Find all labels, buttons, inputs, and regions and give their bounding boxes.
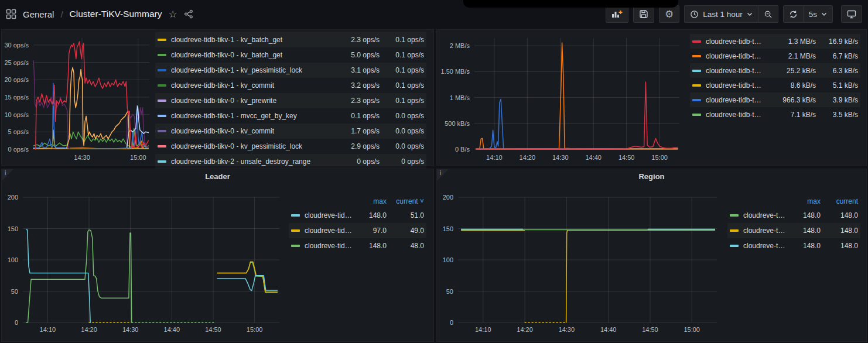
legend-sort-max[interactable]: max (787, 197, 821, 205)
refresh-interval-picker[interactable]: 5s (804, 5, 833, 23)
panel-title[interactable]: Leader (205, 172, 230, 181)
legend-sort-current[interactable]: current ˅ (387, 197, 424, 205)
series-name[interactable]: cloudreve-tidb-tikv-1 - mvcc_get_by_key (171, 112, 316, 120)
time-range-picker[interactable]: Last 1 hour (684, 5, 758, 23)
series-name[interactable]: cloudreve-tidb-tikv-1 - kv_pessimistic_l… (171, 66, 316, 74)
legend-row[interactable]: cloudreve-tidb-tikv-2-read966.3 kB/s3.9 … (690, 92, 860, 107)
series-name[interactable]: cloudreve-tidb-tikv-0 - kv_pessimistic_l… (171, 142, 316, 150)
panel-info-corner[interactable]: i (2, 169, 13, 181)
legend-row[interactable]: cloudreve-tidb-tikv-1-write8.6 kB/s5.1 k… (690, 78, 860, 92)
legend-row[interactable]: cloudreve-tidb-tikv-2148.0148.0 (727, 238, 860, 253)
legend-row[interactable]: cloudreve-tidb-tikv-0 - kv_commit1.7 ops… (155, 124, 426, 139)
zoom-out-time-button[interactable] (758, 5, 778, 23)
series-value: 148.0 (821, 227, 858, 235)
legend-sort-current[interactable]: current (821, 197, 858, 205)
cycle-view-mode-button[interactable] (841, 5, 862, 23)
legend-row[interactable]: cloudreve-tidb-tikv-2 - unsafe_destroy_r… (155, 154, 426, 169)
series-name[interactable]: cloudreve-tidb-tikv-0 (305, 242, 353, 250)
series-color-swatch (692, 84, 701, 87)
leader-chart[interactable]: 05010015020014:1014:2014:3014:4014:5015:… (2, 183, 286, 337)
series-name[interactable]: cloudreve-tidb-tikv-1 (743, 227, 787, 235)
legend-row[interactable]: cloudreve-tidb-tikv-2148.051.0 (289, 208, 426, 223)
io-throughput-chart[interactable]: 0 B/s500 kB/s1 MB/s1.50 MB/s2 MB/s14:101… (437, 31, 685, 164)
series-value: 6.7 kB/s (816, 52, 858, 60)
series-color-swatch (692, 99, 701, 101)
series-value: 8.6 kB/s (762, 81, 816, 90)
legend-row[interactable]: cloudreve-tidb-tikv-1148.0148.0 (727, 223, 860, 238)
legend-row[interactable]: cloudreve-tidb-tikv-2-write25.2 kB/s6.3 … (690, 63, 860, 78)
series-name[interactable]: cloudreve-tidb-tikv-1 - kv_batch_get (171, 36, 316, 44)
series-name[interactable]: cloudreve-tidb-tikv-2 (305, 211, 353, 219)
legend-sort-max[interactable]: max (353, 197, 387, 205)
info-icon: i (440, 169, 441, 176)
series-name[interactable]: cloudreve-tidb-tikv-1 (305, 227, 353, 235)
series-value: 2.3 ops/s (316, 97, 380, 105)
svg-text:15:00: 15:00 (247, 326, 263, 333)
series-value: 49.0 (387, 227, 424, 235)
legend-header: maxcurrent (727, 195, 860, 208)
series-name[interactable]: cloudreve-tidb-tikv-1-write (706, 81, 762, 90)
dashboard-title[interactable]: Cluster-TiKV-Summary (70, 9, 162, 19)
series-color-swatch (158, 115, 166, 117)
legend-row[interactable]: cloudreve-tidb-tikv-197.049.0 (289, 223, 426, 238)
series-name[interactable]: cloudreve-tidb-tikv-2-write (706, 67, 762, 75)
series-value: 0.0 ops/s (380, 127, 424, 135)
series-name[interactable]: cloudreve-tidb-tikv-1-read (706, 37, 762, 46)
apps-grid-icon[interactable] (6, 9, 16, 19)
series-color-swatch (158, 130, 166, 132)
legend-row[interactable]: cloudreve-tidb-tikv-0-write7.1 kB/s3.5 k… (690, 107, 860, 122)
series-name[interactable]: cloudreve-tidb-tikv-0 - kv_prewrite (171, 97, 316, 105)
panel-info-corner[interactable]: i (437, 169, 449, 181)
panel-title[interactable]: Region (638, 172, 664, 181)
svg-text:20 ops/s: 20 ops/s (4, 76, 29, 83)
region-chart[interactable]: 05010015020014:1014:2014:3014:4014:5015:… (437, 183, 725, 337)
grpc-qps-chart[interactable]: 0 ops/s5 ops/s10 ops/s15 ops/s20 ops/s25… (2, 31, 152, 164)
legend-row[interactable]: cloudreve-tidb-tikv-1 - kv_batch_get2.3 … (155, 32, 426, 47)
series-name[interactable]: cloudreve-tidb-tikv-2 (743, 242, 787, 250)
series-value: 0 ops/s (316, 157, 380, 166)
star-icon[interactable]: ☆ (168, 9, 177, 19)
legend-row[interactable]: cloudreve-tidb-tikv-0 - kv_prewrite2.3 o… (155, 93, 426, 108)
svg-text:14:20: 14:20 (520, 154, 536, 161)
series-name[interactable]: cloudreve-tidb-tikv-2-read (706, 96, 762, 104)
add-panel-button[interactable] (606, 5, 628, 23)
svg-text:200: 200 (8, 194, 18, 201)
chevron-down-icon (747, 12, 753, 16)
refresh-button[interactable] (783, 5, 804, 23)
series-name[interactable]: cloudreve-tidb-tikv-0 - kv_commit (171, 127, 316, 135)
dashboard-settings-button[interactable]: ⚙ (659, 5, 679, 23)
series-name[interactable]: cloudreve-tidb-tikv-1 - kv_commit (171, 81, 316, 90)
series-name[interactable]: cloudreve-tidb-tikv-0 (743, 211, 787, 219)
legend-row[interactable]: cloudreve-tidb-tikv-1 - kv_commit3.2 ops… (155, 78, 426, 93)
legend-row[interactable]: cloudreve-tidb-tikv-0148.0148.0 (727, 208, 860, 223)
gear-icon: ⚙ (665, 9, 674, 19)
legend-row[interactable]: cloudreve-tidb-tikv-0-read2.1 MB/s6.7 kB… (690, 49, 860, 63)
zoom-out-icon (764, 10, 773, 19)
series-name[interactable]: cloudreve-tidb-tikv-2 - unsafe_destroy_r… (171, 157, 316, 166)
leader-legend: maxcurrent ˅cloudreve-tidb-tikv-2148.051… (286, 183, 433, 337)
panel-io-throughput: 0 B/s500 kB/s1 MB/s1.50 MB/s2 MB/s14:101… (436, 29, 867, 166)
save-dashboard-button[interactable] (633, 5, 654, 23)
series-value: 148.0 (787, 211, 821, 219)
series-name[interactable]: cloudreve-tidb-tikv-0 - kv_batch_get (171, 51, 316, 59)
series-color-swatch (730, 229, 739, 232)
svg-text:0 ops/s: 0 ops/s (8, 146, 29, 153)
svg-text:14:40: 14:40 (164, 326, 180, 333)
legend-row[interactable]: cloudreve-tidb-tikv-1-read1.3 MB/s16.9 k… (690, 34, 860, 49)
legend-row[interactable]: cloudreve-tidb-tikv-0 - kv_batch_get5.0 … (155, 47, 426, 63)
svg-text:1 MB/s: 1 MB/s (450, 94, 470, 101)
series-value: 97.0 (353, 227, 387, 235)
refresh-icon (789, 10, 798, 19)
legend-row[interactable]: cloudreve-tidb-tikv-1 - kv_pessimistic_l… (155, 63, 426, 78)
legend-row[interactable]: cloudreve-tidb-tikv-1 - mvcc_get_by_key0… (155, 108, 426, 124)
share-icon[interactable] (184, 9, 193, 19)
series-name[interactable]: cloudreve-tidb-tikv-0-read (706, 52, 762, 60)
breadcrumb-folder[interactable]: General (23, 9, 54, 19)
series-name[interactable]: cloudreve-tidb-tikv-0-write (706, 111, 762, 119)
series-value: 0.1 ops/s (380, 81, 424, 90)
dashboard-header: General / Cluster-TiKV-Summary ☆ (0, 0, 868, 28)
svg-text:150: 150 (8, 225, 18, 232)
legend-row[interactable]: cloudreve-tidb-tikv-0 - kv_pessimistic_l… (155, 139, 426, 154)
legend-row[interactable]: cloudreve-tidb-tikv-0148.048.0 (289, 238, 426, 253)
series-color-swatch (730, 245, 739, 247)
